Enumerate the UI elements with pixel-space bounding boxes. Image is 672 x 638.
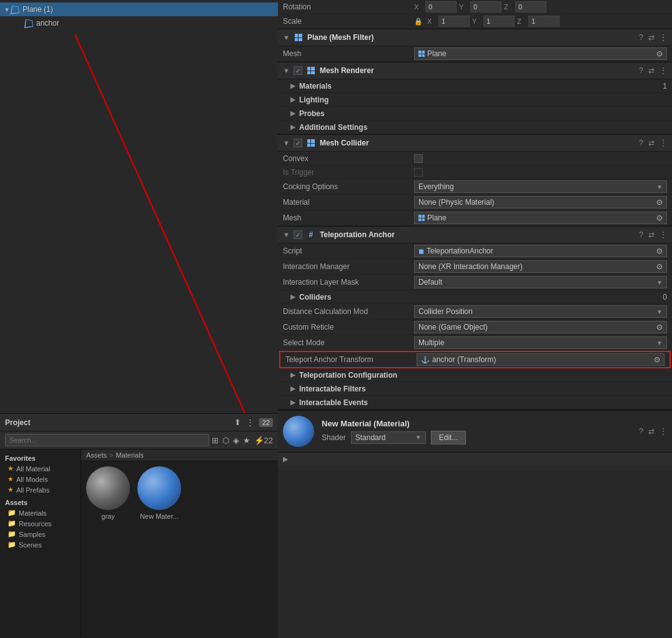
material-menu[interactable]: ⋮ xyxy=(660,427,667,436)
material-settings[interactable]: ⇄ xyxy=(648,427,655,436)
breadcrumb-materials[interactable]: Materials xyxy=(116,451,144,459)
assets-scenes[interactable]: 📁 Scenes xyxy=(5,539,76,550)
interaction-layer-dropdown[interactable]: Default ▼ xyxy=(414,276,667,288)
custom-reticle-text: None (Game Object) xyxy=(418,323,488,331)
shader-dropdown[interactable]: Standard ▼ xyxy=(351,431,426,444)
mesh-collider-menu[interactable]: ⋮ xyxy=(660,139,667,147)
mesh-renderer-menu[interactable]: ⋮ xyxy=(660,66,667,75)
materials-collapse-row[interactable]: ▶ Materials 1 xyxy=(278,79,672,93)
collider-mesh-value[interactable]: Plane ⊙ xyxy=(414,212,667,224)
search-icon[interactable]: ⊞ xyxy=(212,436,219,445)
teleportation-anchor-arrow[interactable]: ▼ xyxy=(283,231,290,238)
collider-material-value[interactable]: None (Physic Material) ⊙ xyxy=(414,196,667,209)
tag2-icon[interactable]: ⚡22 xyxy=(254,436,273,445)
mesh-collider-checkbox[interactable]: ✓ xyxy=(294,139,302,147)
probes-arrow: ▶ xyxy=(290,109,295,117)
teleport-config-row[interactable]: ▶ Teleportation Configuration xyxy=(278,368,672,382)
star-filter-icon[interactable]: ★ xyxy=(243,436,250,445)
mesh-filter-section-header[interactable]: ▼ Plane (Mesh Filter) ? ⇄ ⋮ xyxy=(278,29,672,46)
teleportation-anchor-checkbox[interactable]: ✓ xyxy=(294,230,302,239)
teleport-transform-label: Teleport Anchor Transform xyxy=(285,355,417,364)
mesh-filter-mesh-value[interactable]: Plane ⊙ xyxy=(414,47,667,60)
material-item-gray[interactable]: gray xyxy=(86,466,130,520)
material-help[interactable]: ? xyxy=(639,427,643,436)
new-material-section: New Material (Material) Shader Standard … xyxy=(278,410,672,452)
cooking-dropdown[interactable]: Everything ▼ xyxy=(414,180,667,193)
mesh-filter-arrow[interactable]: ▼ xyxy=(283,34,290,41)
interactable-filters-row[interactable]: ▶ Interactable Filters xyxy=(278,382,672,396)
favorites-all-models[interactable]: ★ All Models xyxy=(5,474,76,484)
material-label-gray: gray xyxy=(101,513,114,520)
teleportation-settings[interactable]: ⇄ xyxy=(648,230,655,239)
mesh-renderer-checkbox[interactable]: ✓ xyxy=(294,66,302,75)
bottom-strip[interactable]: ▶ xyxy=(278,452,672,466)
is-trigger-checkbox[interactable] xyxy=(414,168,423,177)
assets-materials[interactable]: 📁 Materials xyxy=(5,508,76,518)
scale-z-input[interactable] xyxy=(528,16,560,27)
teleportation-help[interactable]: ? xyxy=(639,230,643,239)
circle-dot-script[interactable]: ⊙ xyxy=(656,247,663,255)
cooking-value: Everything xyxy=(418,182,454,191)
mesh-renderer-help[interactable]: ? xyxy=(639,66,643,75)
rotation-x-input[interactable] xyxy=(425,1,457,12)
teleport-transform-value[interactable]: ⚓ anchor (Transform) ⊙ xyxy=(417,353,665,366)
rotation-z-input[interactable] xyxy=(515,1,546,12)
material-item-new[interactable]: New Mater... xyxy=(137,466,181,520)
mesh-filter-settings[interactable]: ⇄ xyxy=(648,33,655,42)
search-bar: ⊞ ⬡ ◈ ★ ⚡22 xyxy=(0,431,278,449)
interaction-manager-value[interactable]: None (XR Interaction Manager) ⊙ xyxy=(414,260,667,273)
breadcrumb-assets[interactable]: Assets xyxy=(86,451,107,459)
select-mode-dropdown[interactable]: Multiple ▼ xyxy=(414,336,667,349)
circle-dot-collider-mesh[interactable]: ⊙ xyxy=(656,213,663,222)
teleportation-menu[interactable]: ⋮ xyxy=(660,230,667,239)
mesh-renderer-section-header[interactable]: ▼ ✓ Mesh Renderer ? ⇄ ⋮ xyxy=(278,62,672,79)
script-value[interactable]: ◼ TeleportationAnchor ⊙ xyxy=(414,245,667,257)
folder-icon-samples: 📁 xyxy=(7,530,16,538)
distance-calc-row: Distance Calculation Mod Collider Positi… xyxy=(278,304,672,320)
circle-dot-transform[interactable]: ⊙ xyxy=(654,355,660,364)
custom-reticle-value[interactable]: None (Game Object) ⊙ xyxy=(414,321,667,333)
assets-samples[interactable]: 📁 Samples xyxy=(5,529,76,539)
lighting-collapse-row[interactable]: ▶ Lighting xyxy=(278,93,672,107)
favorites-all-materials[interactable]: ★ All Material xyxy=(5,463,76,474)
edit-button[interactable]: Edit... xyxy=(431,431,467,444)
favorites-all-prefabs[interactable]: ★ All Prefabs xyxy=(5,484,76,495)
circle-dot-reticle[interactable]: ⊙ xyxy=(656,323,663,331)
distance-dropdown[interactable]: Collider Position ▼ xyxy=(414,305,667,318)
mesh-collider-section-header[interactable]: ▼ ✓ Mesh Collider ? ⇄ ⋮ xyxy=(278,134,672,152)
teleportation-anchor-section-header[interactable]: ▼ ✓ # Teleportation Anchor ? ⇄ ⋮ xyxy=(278,226,672,243)
interactable-events-row[interactable]: ▶ Interactable Events xyxy=(278,396,672,410)
search-input[interactable] xyxy=(5,434,209,446)
hierarchy-item-label: Plane (1) xyxy=(22,5,53,14)
mesh-collider-settings[interactable]: ⇄ xyxy=(648,139,655,147)
rotation-y-input[interactable] xyxy=(470,1,502,12)
mesh-filter-help[interactable]: ? xyxy=(639,33,643,42)
filter-icon[interactable]: ⬡ xyxy=(222,436,229,445)
hierarchy-item-anchor[interactable]: anchor xyxy=(0,16,278,30)
additional-settings-row[interactable]: ▶ Additional Settings xyxy=(278,120,672,134)
mesh-renderer-settings[interactable]: ⇄ xyxy=(648,66,655,75)
cooking-dropdown-arrow: ▼ xyxy=(656,184,663,190)
mesh-collider-help[interactable]: ? xyxy=(639,139,643,147)
circle-dot-im[interactable]: ⊙ xyxy=(656,262,663,271)
tag-icon[interactable]: ◈ xyxy=(233,436,239,445)
mesh-filter-menu[interactable]: ⋮ xyxy=(660,33,667,42)
star-icon-3: ★ xyxy=(7,486,14,494)
circle-dot-icon[interactable]: ⊙ xyxy=(656,49,663,58)
colliders-row[interactable]: ▶ Colliders 0 xyxy=(278,290,672,304)
circle-dot-collider[interactable]: ⊙ xyxy=(656,198,663,207)
hierarchy-item-plane[interactable]: ▼ Plane (1) xyxy=(0,2,278,16)
badge: 22 xyxy=(259,418,273,427)
probes-collapse-row[interactable]: ▶ Probes xyxy=(278,107,672,120)
convex-checkbox[interactable] xyxy=(414,154,423,163)
mesh-collider-arrow[interactable]: ▼ xyxy=(283,139,290,147)
mesh-collider-icon xyxy=(306,138,316,148)
custom-reticle-row: Custom Reticle None (Game Object) ⊙ xyxy=(278,320,672,335)
save-icon[interactable]: ⬆ xyxy=(234,418,241,427)
rotation-label: Rotation xyxy=(283,2,414,11)
scale-x-input[interactable] xyxy=(438,16,470,27)
mesh-renderer-arrow[interactable]: ▼ xyxy=(283,67,290,74)
assets-resources[interactable]: 📁 Resources xyxy=(5,518,76,529)
menu-icon[interactable]: ⋮ xyxy=(246,418,254,427)
scale-y-input[interactable] xyxy=(483,16,515,27)
